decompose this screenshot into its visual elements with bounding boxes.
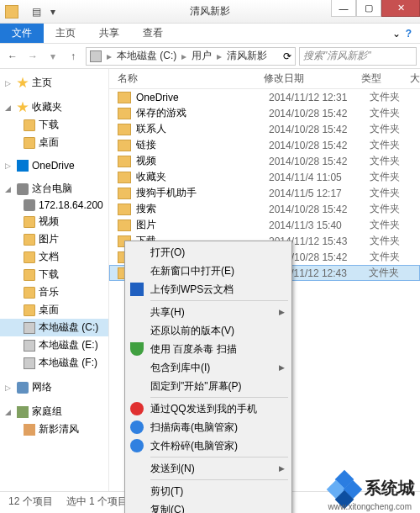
forward-button[interactable]: →: [24, 47, 42, 66]
cm-wps[interactable]: 上传到WPS云文档: [127, 280, 290, 299]
cm-open[interactable]: 打开(O): [127, 243, 290, 262]
qat-properties-icon[interactable]: ▤: [32, 6, 44, 18]
file-name: 搜狗手机助手: [136, 186, 269, 200]
window-title: 清风新影: [190, 4, 230, 19]
sidebar-item[interactable]: 视频: [0, 213, 108, 230]
file-type: 文件夹: [370, 170, 420, 184]
search-input[interactable]: 搜索"清风新影": [299, 47, 417, 66]
sidebar-homegroup[interactable]: ◢家庭组: [0, 403, 108, 420]
file-name: 保存的游戏: [136, 106, 269, 120]
file-row[interactable]: 搜狗手机助手2014/11/5 12:17文件夹: [109, 185, 420, 201]
file-date: 2014/10/28 15:42: [269, 108, 370, 119]
sidebar-onedrive[interactable]: ▷OneDrive: [0, 158, 108, 173]
cm-shred[interactable]: 文件粉碎(电脑管家): [127, 436, 290, 455]
scan-icon: [130, 420, 144, 434]
file-row[interactable]: 收藏夹2014/11/4 11:05文件夹: [109, 169, 420, 185]
file-date: 2014/11/3 15:40: [269, 219, 370, 231]
watermark-text: 系统城: [365, 477, 415, 500]
sidebar-item[interactable]: 本地磁盘 (E:): [0, 336, 108, 354]
sidebar-item-selected[interactable]: 本地磁盘 (C:): [0, 319, 108, 336]
sidebar-home[interactable]: ▷主页: [0, 74, 108, 92]
file-row[interactable]: 视频2014/10/28 15:42文件夹: [109, 153, 420, 169]
cm-baidu[interactable]: 使用 百度杀毒 扫描: [127, 340, 290, 358]
cm-qq[interactable]: 通过QQ发送到我的手机: [127, 399, 290, 418]
maximize-button[interactable]: ▢: [356, 0, 381, 17]
refresh-icon[interactable]: ⟳: [283, 50, 291, 62]
folder-icon: [118, 172, 131, 183]
file-date: 2014/11/4 11:05: [269, 172, 370, 183]
column-name[interactable]: 名称: [118, 71, 264, 86]
column-type[interactable]: 类型: [361, 71, 410, 86]
watermark-url: www.xitongcheng.com: [328, 502, 412, 511]
file-row[interactable]: OneDrive2014/11/12 12:31文件夹: [109, 89, 420, 105]
sidebar-item[interactable]: 本地磁盘 (F:): [0, 354, 108, 372]
qat-newfolder-icon[interactable]: ▾: [50, 6, 62, 18]
address-bar[interactable]: ▸ 本地磁盘 (C:) ▸ 用户 ▸ 清风新影 ⟳: [86, 47, 296, 66]
cm-library[interactable]: 包含到库中(I)▶: [127, 358, 290, 377]
file-row[interactable]: 搜索2014/10/28 15:42文件夹: [109, 201, 420, 217]
back-button[interactable]: ←: [3, 47, 22, 66]
tab-home[interactable]: 主页: [44, 24, 87, 43]
sidebar-favorites[interactable]: ◢收藏夹: [0, 98, 108, 116]
cm-restore[interactable]: 还原以前的版本(V): [127, 321, 290, 340]
file-row[interactable]: 联系人2014/10/28 15:42文件夹: [109, 121, 420, 137]
navigation-bar: ← → ▾ ↑ ▸ 本地磁盘 (C:) ▸ 用户 ▸ 清风新影 ⟳ 搜索"清风新…: [0, 44, 420, 69]
watermark: 系统城: [328, 471, 415, 505]
title-bar: ▤ ▾ 清风新影 — ▢ ✕: [0, 0, 420, 24]
file-type: 文件夹: [370, 186, 420, 200]
column-headers[interactable]: 名称 修改日期 类型 大: [109, 69, 420, 89]
sidebar-item[interactable]: 图片: [0, 230, 108, 248]
file-name: 收藏夹: [136, 170, 269, 184]
help-icon[interactable]: ?: [406, 28, 412, 40]
ribbon-expand-icon[interactable]: ⌄: [392, 28, 401, 40]
up-button[interactable]: ↑: [64, 47, 82, 66]
tab-share[interactable]: 共享: [87, 24, 131, 43]
cm-share[interactable]: 共享(H)▶: [127, 303, 290, 321]
file-type: 文件夹: [370, 106, 420, 120]
navigation-pane: ▷主页 ◢收藏夹 下载 桌面 ▷OneDrive ◢这台电脑 172.18.64…: [0, 69, 109, 491]
cm-separator: [150, 300, 288, 301]
file-type: 文件夹: [369, 266, 419, 280]
history-dropdown[interactable]: ▾: [44, 47, 62, 66]
close-button[interactable]: ✕: [381, 0, 420, 17]
sidebar-item[interactable]: 音乐: [0, 283, 108, 301]
sidebar-item[interactable]: 文档: [0, 248, 108, 266]
sidebar-network[interactable]: ▷网络: [0, 378, 108, 396]
folder-icon: [118, 92, 131, 103]
file-date: 2014/10/28 15:42: [269, 140, 370, 151]
column-date[interactable]: 修改日期: [264, 71, 361, 86]
sidebar-item[interactable]: 桌面: [0, 134, 108, 151]
sidebar-item[interactable]: 下载: [0, 116, 108, 134]
shield-icon: [130, 342, 144, 356]
tab-view[interactable]: 查看: [131, 24, 175, 43]
sidebar-item[interactable]: 新影清风: [0, 420, 108, 438]
file-type: 文件夹: [370, 138, 420, 152]
sidebar-item[interactable]: 下载: [0, 266, 108, 283]
cm-new-window[interactable]: 在新窗口中打开(E): [127, 262, 290, 280]
breadcrumb[interactable]: 本地磁盘 (C:): [117, 49, 176, 63]
cm-separator: [150, 397, 288, 398]
sidebar-item[interactable]: 桌面: [0, 301, 108, 319]
watermark-logo: [328, 471, 361, 505]
sidebar-thispc[interactable]: ◢这台电脑: [0, 180, 108, 198]
column-size[interactable]: 大: [410, 71, 420, 86]
tab-file[interactable]: 文件: [0, 24, 44, 43]
file-row[interactable]: 链接2014/10/28 15:42文件夹: [109, 137, 420, 153]
file-date: 2014/11/5 12:17: [269, 188, 370, 199]
folder-icon: [118, 108, 131, 119]
file-name: 搜索: [136, 202, 269, 216]
cm-copy[interactable]: 复制(C): [127, 500, 290, 513]
file-name: 图片: [136, 218, 269, 232]
sidebar-item[interactable]: 172.18.64.200: [0, 198, 108, 213]
file-row[interactable]: 保存的游戏2014/10/28 15:42文件夹: [109, 105, 420, 121]
file-row[interactable]: 图片2014/11/3 15:40文件夹: [109, 217, 420, 233]
minimize-button[interactable]: —: [331, 0, 356, 17]
cm-pin[interactable]: 固定到"开始"屏幕(P): [127, 377, 290, 395]
cm-cut[interactable]: 剪切(T): [127, 482, 290, 500]
breadcrumb[interactable]: 用户: [192, 49, 212, 63]
file-type: 文件夹: [370, 154, 420, 168]
breadcrumb[interactable]: 清风新影: [227, 49, 267, 63]
cm-sendto[interactable]: 发送到(N)▶: [127, 459, 290, 478]
window-icon: [5, 5, 18, 19]
cm-scan[interactable]: 扫描病毒(电脑管家): [127, 418, 290, 436]
